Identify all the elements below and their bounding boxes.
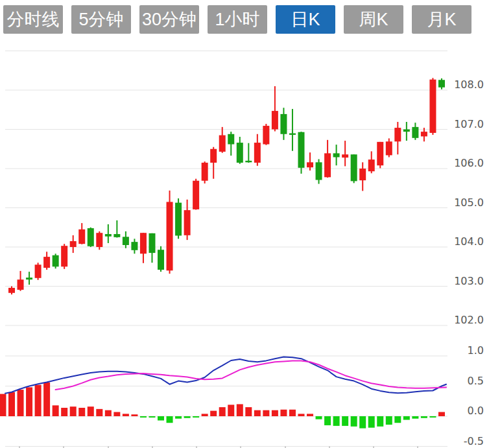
y-axis-label: 105.0	[454, 196, 484, 209]
macd-bar	[26, 387, 32, 416]
macd-bar	[368, 416, 375, 428]
candle-body	[158, 250, 164, 270]
candle-body	[193, 181, 199, 209]
macd-bar	[202, 414, 208, 416]
candle-body	[53, 255, 59, 267]
candle-body	[245, 161, 252, 162]
macd-bar	[377, 416, 383, 427]
macd-bar	[88, 407, 94, 416]
candle-body	[272, 111, 278, 129]
macd-bar	[105, 410, 112, 416]
candle-body	[280, 114, 287, 134]
macd-bar	[140, 416, 147, 418]
candle-body	[438, 80, 445, 87]
candle-body	[351, 154, 357, 181]
candle-body	[88, 228, 94, 246]
candle-body	[368, 159, 375, 171]
candle-body	[70, 241, 77, 247]
macd-bar	[35, 385, 42, 416]
candle-body	[377, 142, 383, 165]
macd-bar	[113, 412, 120, 416]
macd-bar	[237, 404, 243, 416]
macd-bar	[386, 416, 392, 425]
macd-bar	[307, 414, 313, 416]
macd-bar	[412, 416, 418, 419]
candle-body	[316, 162, 322, 180]
macd-bar	[316, 416, 322, 419]
candle-body	[307, 162, 313, 167]
macd-bar	[53, 405, 59, 416]
candle-body	[394, 128, 401, 141]
candle-body	[219, 136, 226, 152]
candle-body	[403, 130, 410, 132]
macd-bar	[280, 410, 287, 416]
macd-bar	[167, 416, 173, 423]
macd-bar	[333, 416, 340, 426]
macd-bar	[298, 414, 304, 416]
macd-bar	[245, 407, 252, 416]
macd-bar	[394, 416, 401, 423]
candle-body	[421, 132, 427, 136]
macd-bar	[123, 414, 129, 416]
macd-bar	[263, 410, 269, 416]
candle-body	[210, 149, 217, 163]
candle-body	[228, 134, 234, 145]
macd-bar	[158, 416, 164, 421]
candle-wick	[108, 224, 109, 243]
dif-line	[5, 357, 446, 393]
macd-bar	[149, 416, 155, 418]
candle-wick	[344, 141, 346, 166]
candle-body	[386, 141, 392, 155]
candle-body	[263, 126, 269, 144]
candle-body	[149, 233, 155, 253]
macd-bar	[403, 416, 410, 420]
candle-body	[167, 202, 173, 270]
y-axis-label: 0.5	[468, 375, 484, 387]
macd-bar	[0, 394, 6, 416]
candle-body	[412, 127, 418, 138]
candle-body	[429, 80, 436, 133]
macd-bar	[131, 414, 137, 416]
y-axis-label: 0.0	[468, 405, 484, 417]
macd-bar	[18, 390, 24, 416]
y-axis-label: 107.0	[454, 118, 484, 130]
macd-bar	[228, 405, 234, 416]
candle-body	[105, 234, 112, 237]
candle-body	[333, 153, 340, 157]
candle-body	[113, 234, 120, 237]
y-axis-label: 108.0	[454, 78, 484, 91]
y-axis-label: -0.5	[464, 435, 484, 447]
kline-app: 分时线5分钟30分钟1小时日K周K月K 108.0107.0106.0105.0…	[0, 0, 489, 448]
macd-bar	[342, 416, 348, 426]
candle-body	[8, 288, 15, 293]
candle-body	[324, 153, 331, 177]
candlestick-series	[8, 78, 445, 294]
macd-histogram	[0, 383, 445, 429]
candle-body	[96, 233, 102, 247]
candle-body	[131, 242, 137, 250]
y-axis-label: 1.0	[468, 344, 484, 357]
macd-bar	[78, 408, 85, 416]
candle-body	[184, 210, 191, 235]
candle-body	[26, 277, 32, 279]
kline-chart[interactable]: 108.0107.0106.0105.0104.0103.0102.01.00.…	[0, 0, 489, 448]
macd-bar	[272, 410, 278, 416]
macd-bar	[429, 416, 436, 418]
candle-body	[359, 169, 366, 180]
candle-wick	[248, 143, 249, 163]
candle-body	[123, 237, 129, 245]
macd-bar	[359, 416, 366, 429]
macd-bar	[61, 408, 67, 416]
candle-body	[342, 154, 348, 158]
dea-line	[56, 360, 446, 390]
macd-bar	[324, 416, 331, 425]
macd-bar	[175, 416, 182, 419]
candle-body	[298, 132, 304, 168]
macd-bar	[210, 411, 217, 416]
candle-body	[140, 233, 147, 253]
candle-wick	[292, 109, 293, 151]
candle-body	[202, 163, 208, 181]
y-axis-label: 102.0	[454, 314, 484, 326]
candle-body	[61, 246, 67, 266]
macd-bar	[193, 416, 199, 418]
